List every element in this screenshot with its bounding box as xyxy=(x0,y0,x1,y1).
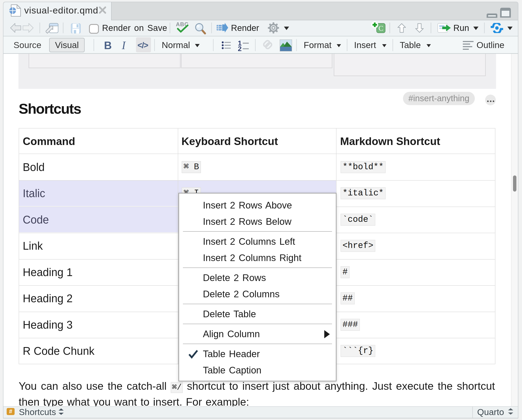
svg-text:2: 2 xyxy=(238,45,242,51)
